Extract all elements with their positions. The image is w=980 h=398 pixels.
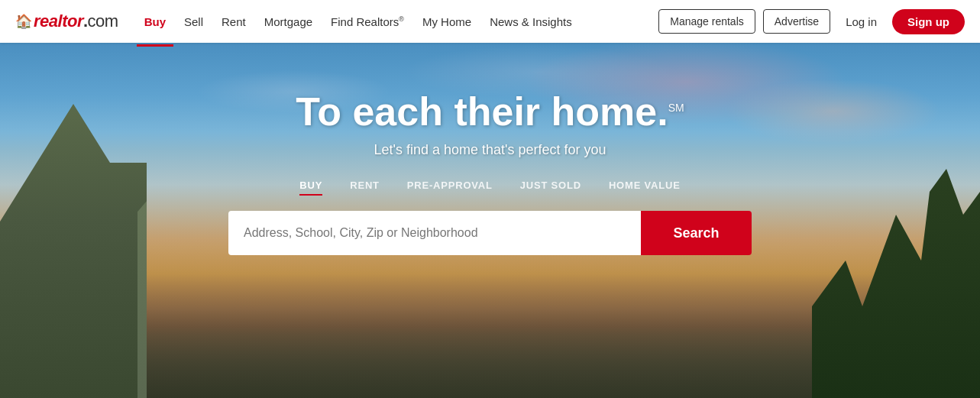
search-tabs: BUY RENT PRE-APPROVAL JUST SOLD HOME VAL…	[0, 180, 980, 196]
nav-actions: Manage rentals Advertise Log in Sign up	[658, 9, 965, 34]
nav-find-realtors[interactable]: Find Realtors®	[323, 11, 412, 33]
logo-icon: 🏠	[15, 13, 32, 30]
tab-home-value[interactable]: HOME VALUE	[609, 180, 681, 196]
advertise-button[interactable]: Advertise	[763, 9, 830, 34]
tab-rent[interactable]: RENT	[350, 180, 380, 196]
manage-rentals-button[interactable]: Manage rentals	[658, 9, 755, 34]
login-button[interactable]: Log in	[838, 10, 885, 34]
hero-title-sm: SM	[668, 102, 684, 114]
hero-subtitle: Let's find a home that's perfect for you	[0, 142, 980, 158]
nav-mortgage[interactable]: Mortgage	[257, 11, 320, 33]
tab-just-sold[interactable]: JUST SOLD	[520, 180, 581, 196]
logo-text: realtor.com	[34, 11, 118, 31]
search-bar: Search	[0, 211, 980, 255]
nav-sell[interactable]: Sell	[176, 11, 211, 33]
search-button[interactable]: Search	[641, 211, 752, 255]
search-input[interactable]	[228, 211, 641, 255]
navbar: 🏠 realtor.com Buy Sell Rent Mortgage Fin…	[0, 0, 980, 43]
logo[interactable]: 🏠 realtor.com	[15, 11, 118, 31]
nav-rent[interactable]: Rent	[214, 11, 254, 33]
signup-button[interactable]: Sign up	[892, 9, 965, 34]
hero-section: To each their home.SM Let's find a home …	[0, 43, 980, 398]
nav-news[interactable]: News & Insights	[482, 11, 580, 33]
tab-pre-approval[interactable]: PRE-APPROVAL	[407, 180, 493, 196]
nav-my-home[interactable]: My Home	[415, 11, 479, 33]
hero-title: To each their home.SM	[296, 89, 684, 134]
tab-buy[interactable]: BUY	[299, 180, 322, 196]
hero-content: To each their home.SM Let's find a home …	[0, 43, 980, 255]
nav-buy[interactable]: Buy	[137, 11, 173, 33]
nav-links: Buy Sell Rent Mortgage Find Realtors® My…	[137, 11, 659, 33]
